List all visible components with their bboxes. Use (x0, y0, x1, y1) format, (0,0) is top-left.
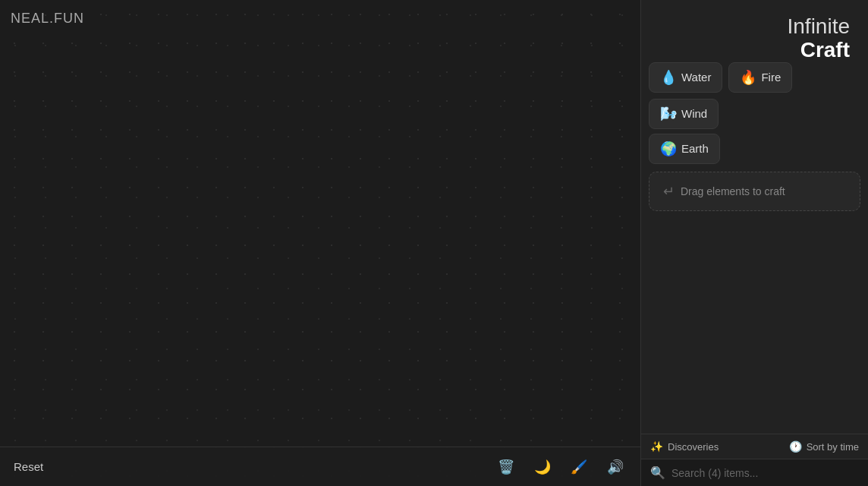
delete-icon[interactable]: 🗑️ (495, 456, 517, 478)
discoveries-icon: ✨ (650, 440, 663, 453)
water-label: Water (681, 71, 711, 84)
elements-second-row: 🌍 Earth (641, 129, 868, 164)
craft-canvas[interactable]: NEAL.FUN Reset 🗑️ 🌙 🖌️ 🔊 (0, 0, 640, 486)
drop-hint-text: Drag elements to craft (681, 185, 785, 197)
night-mode-icon[interactable]: 🌙 (531, 456, 554, 478)
earth-label: Earth (681, 142, 709, 155)
search-bar: 🔍 (641, 459, 868, 486)
brush-icon[interactable]: 🖌️ (568, 456, 590, 478)
game-title: Infinite Craft (634, 8, 860, 62)
fire-label: Fire (761, 71, 781, 84)
sidebar: Infinite Craft 💧 Water 🔥 Fire 🌬️ Wind 🌍 … (640, 0, 868, 486)
game-title-line2: Craft (644, 39, 850, 62)
discoveries-button[interactable]: ✨ Discoveries (650, 440, 719, 453)
bottom-icon-group: 🗑️ 🌙 🖌️ 🔊 (495, 456, 627, 478)
game-title-line1: Infinite (644, 15, 850, 39)
search-icon: 🔍 (650, 465, 665, 480)
wind-label: Wind (681, 107, 707, 120)
sidebar-spacer (641, 219, 868, 434)
sort-label: Sort by time (807, 441, 859, 453)
earth-emoji: 🌍 (660, 140, 677, 157)
search-input[interactable] (671, 467, 859, 479)
drop-hint-icon: ↵ (663, 183, 675, 200)
element-chip-wind[interactable]: 🌬️ Wind (649, 99, 719, 129)
discoveries-label: Discoveries (668, 441, 719, 453)
sidebar-footer: ✨ Discoveries 🕐 Sort by time (641, 434, 868, 459)
drop-hint: ↵ Drag elements to craft (649, 172, 860, 211)
sort-by-time-button[interactable]: 🕐 Sort by time (789, 440, 859, 453)
fire-emoji: 🔥 (740, 69, 756, 86)
element-chip-earth[interactable]: 🌍 Earth (649, 134, 720, 164)
element-chip-water[interactable]: 💧 Water (649, 62, 722, 93)
logo-text: NEAL.FUN (11, 11, 84, 26)
wind-emoji: 🌬️ (660, 106, 677, 122)
water-emoji: 💧 (660, 69, 677, 86)
reset-button[interactable]: Reset (14, 460, 43, 473)
sort-icon: 🕐 (789, 440, 802, 453)
elements-top-row: 💧 Water 🔥 Fire 🌬️ Wind (641, 55, 868, 129)
canvas-bottom-bar: Reset 🗑️ 🌙 🖌️ 🔊 (0, 447, 640, 486)
element-chip-fire[interactable]: 🔥 Fire (728, 62, 792, 93)
sound-icon[interactable]: 🔊 (604, 456, 627, 478)
logo: NEAL.FUN (11, 11, 84, 27)
